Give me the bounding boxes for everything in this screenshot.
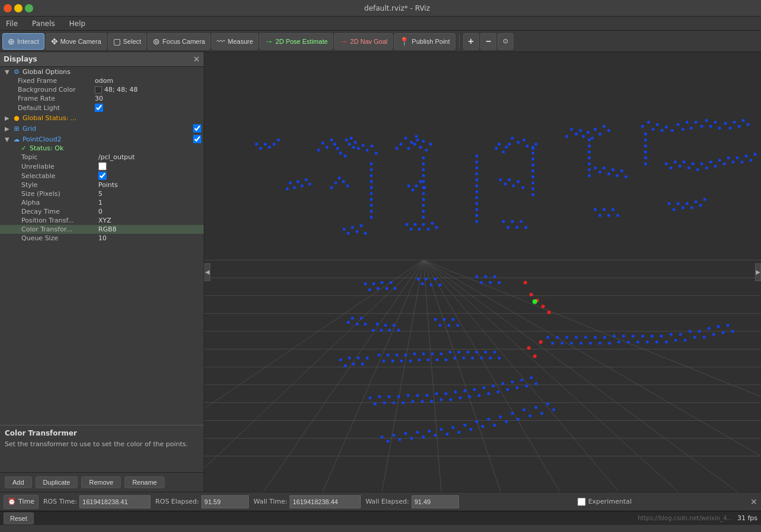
zoom-out-button[interactable]: − <box>480 33 496 50</box>
grid-label: Grid <box>23 125 193 133</box>
svg-point-117 <box>335 181 338 184</box>
pointcloud2-status-row[interactable]: ✓ Status: Ok <box>0 144 204 153</box>
svg-point-133 <box>608 172 611 175</box>
frame-rate-row[interactable]: Frame Rate 30 <box>0 94 204 103</box>
svg-point-322 <box>440 398 443 401</box>
menu-help[interactable]: Help <box>66 18 89 29</box>
fixed-frame-row[interactable]: Fixed Frame odom <box>0 76 204 85</box>
measure-button[interactable]: 〰 Measure <box>211 33 258 50</box>
default-light-row[interactable]: Default Light <box>0 103 204 112</box>
ros-elapsed-input[interactable] <box>201 495 249 508</box>
svg-point-352 <box>434 434 437 437</box>
pose-estimate-button[interactable]: → 2D Pose Estimate <box>259 33 333 50</box>
selectable-row[interactable]: Selectable <box>0 171 204 180</box>
global-status-item: ▶ ● Global Status: ... <box>0 113 204 123</box>
svg-point-295 <box>679 333 682 336</box>
decay-time-row[interactable]: Decay Time 0 <box>0 207 204 216</box>
reset-button[interactable]: Reset <box>4 512 34 524</box>
svg-point-79 <box>647 121 650 124</box>
zoom-in-button[interactable]: + <box>463 33 479 50</box>
svg-point-120 <box>419 180 422 183</box>
menu-panels[interactable]: Panels <box>28 18 59 29</box>
experimental-checkbox[interactable] <box>577 498 586 506</box>
grid-row[interactable]: ▶ ⊞ Grid <box>0 124 204 133</box>
panel-collapse-right[interactable]: ▶ <box>755 263 761 281</box>
svg-point-92 <box>709 125 712 128</box>
ros-time-label: ROS Time: <box>43 498 77 505</box>
maximize-window-button[interactable] <box>25 4 33 12</box>
wall-elapsed-input[interactable] <box>412 495 459 508</box>
global-options-row[interactable]: ▼ ⚙ Global Options <box>0 67 204 76</box>
pointcloud2-row[interactable]: ▼ ☁ PointCloud2 <box>0 134 204 144</box>
menu-file[interactable]: File <box>2 18 21 29</box>
svg-point-424 <box>588 138 591 141</box>
select-button[interactable]: ▢ Select <box>108 33 147 50</box>
pointcloud2-label: PointCloud2 <box>23 136 193 143</box>
remove-button[interactable]: Remove <box>81 476 121 488</box>
duplicate-button[interactable]: Duplicate <box>36 476 78 488</box>
svg-point-397 <box>422 186 425 189</box>
timebar-close-button[interactable]: ✕ <box>750 497 757 507</box>
panel-collapse-left[interactable]: ◀ <box>204 263 210 281</box>
nav-goal-button[interactable]: → 2D Nav Goal <box>334 33 393 50</box>
selectable-checkbox[interactable] <box>98 172 107 180</box>
svg-point-289 <box>651 334 654 337</box>
focus-camera-button[interactable]: ⊚ Focus Camera <box>147 33 210 50</box>
fixed-frame-label: Fixed Frame <box>18 77 95 85</box>
move-camera-icon: ✥ <box>51 37 58 46</box>
svg-point-317 <box>416 394 419 397</box>
displays-close-button[interactable]: ✕ <box>193 54 200 64</box>
close-window-button[interactable] <box>4 4 12 12</box>
position-transf-row[interactable]: Position Transf... XYZ <box>0 216 204 225</box>
grid-checkbox[interactable] <box>193 124 201 133</box>
unreliable-row[interactable]: Unreliable <box>0 162 204 171</box>
global-status-row[interactable]: ▶ ● Global Status: ... <box>0 114 204 122</box>
interact-button[interactable]: ⊕ Interact <box>2 33 44 50</box>
global-status-arrow: ▶ <box>5 115 12 121</box>
default-light-checkbox[interactable] <box>95 104 103 112</box>
color-transf-row[interactable]: Color Transfor... RGB8 <box>0 225 204 234</box>
svg-point-149 <box>714 165 717 167</box>
global-options-arrow: ▼ <box>5 69 12 75</box>
svg-point-106 <box>255 143 258 146</box>
svg-point-291 <box>660 334 663 337</box>
svg-point-376 <box>541 305 545 308</box>
style-row[interactable]: Style Points <box>0 180 204 189</box>
wall-time-input[interactable] <box>290 495 361 508</box>
size-pixels-row[interactable]: Size (Pixels) 5 <box>0 189 204 198</box>
svg-point-435 <box>644 156 647 159</box>
move-camera-button[interactable]: ✥ Move Camera <box>46 33 107 50</box>
svg-point-420 <box>532 175 535 178</box>
svg-point-88 <box>690 127 693 130</box>
viewport[interactable]: ◀ ▶ <box>204 52 761 492</box>
grid-arrow: ▶ <box>5 125 12 132</box>
pointcloud2-checkbox[interactable] <box>193 135 201 143</box>
svg-point-134 <box>612 168 615 171</box>
svg-point-26 <box>348 143 351 146</box>
svg-point-71 <box>587 131 590 134</box>
home-button[interactable]: ⊙ <box>497 33 513 50</box>
publish-point-button[interactable]: 📍 Publish Point <box>394 33 455 50</box>
queue-size-row[interactable]: Queue Size 10 <box>0 234 204 243</box>
minimize-window-button[interactable] <box>14 4 23 12</box>
alpha-row[interactable]: Alpha 1 <box>0 198 204 207</box>
unreliable-checkbox[interactable] <box>98 162 107 170</box>
svg-point-83 <box>665 125 668 128</box>
svg-point-85 <box>677 123 680 126</box>
svg-point-217 <box>364 323 367 325</box>
time-header[interactable]: ⏰ Time <box>4 495 38 509</box>
rename-button[interactable]: Rename <box>124 476 165 488</box>
topic-row[interactable]: Topic /pcl_output <box>0 153 204 162</box>
svg-point-177 <box>520 220 523 223</box>
svg-point-147 <box>705 166 708 169</box>
background-color-row[interactable]: Background Color 48; 48; 48 <box>0 85 204 94</box>
add-button[interactable]: Add <box>5 476 32 488</box>
svg-point-371 <box>547 402 550 405</box>
queue-size-value: 10 <box>98 234 201 242</box>
ros-time-input[interactable] <box>79 495 150 508</box>
svg-point-144 <box>692 162 695 165</box>
window-title: default.rviz* - RViz <box>37 4 757 12</box>
experimental-check: Experimental <box>577 498 631 506</box>
svg-point-426 <box>588 150 591 153</box>
svg-point-234 <box>348 357 351 360</box>
